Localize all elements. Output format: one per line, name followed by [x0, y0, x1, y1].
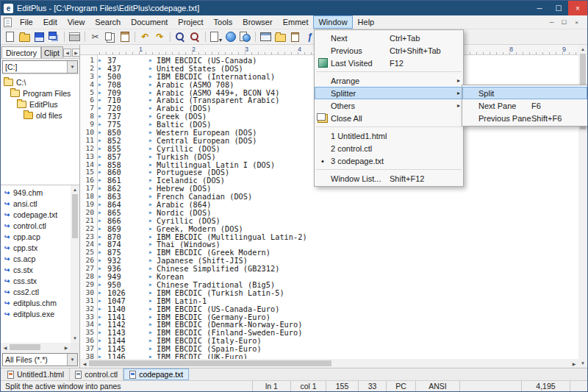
- scroll-up-button[interactable]: ▲: [578, 45, 587, 54]
- sidebar-tab-directory[interactable]: Directory: [1, 46, 41, 58]
- file-item-control-ctl[interactable]: ↪control.ctl: [1, 220, 71, 231]
- file-list-vertical-scrollbar[interactable]: ▲ ▼: [71, 185, 79, 343]
- menubar-item-browser[interactable]: Browser: [237, 15, 277, 29]
- minimize-button[interactable]: ─: [530, 1, 549, 15]
- menu-item-previous[interactable]: PreviousCtrl+Shift+Tab: [315, 44, 463, 57]
- menubar-item-document[interactable]: Document: [126, 15, 173, 29]
- sidebar-tab-clipt[interactable]: Clipt: [41, 46, 63, 58]
- file-item-cs-acp[interactable]: ↪cs.acp: [1, 253, 71, 264]
- cut-icon[interactable]: [88, 30, 102, 43]
- scrollbar-thumb[interactable]: [10, 344, 40, 350]
- menu-item-previous-pane[interactable]: Previous PaneShift+F6: [462, 112, 587, 124]
- fullscreen-icon[interactable]: [259, 30, 273, 43]
- menubar-item-tools[interactable]: Tools: [209, 15, 238, 29]
- save-all-icon[interactable]: [47, 30, 61, 43]
- scroll-down-button[interactable]: ▼: [578, 359, 587, 368]
- redo-icon[interactable]: [153, 30, 167, 43]
- mdi-close-button[interactable]: ×: [570, 19, 583, 26]
- menu-item-next[interactable]: NextCtrl+Tab: [315, 32, 463, 44]
- menu-item-last-visited[interactable]: Last VisitedF12: [315, 57, 463, 69]
- replace-icon[interactable]: [188, 30, 202, 43]
- sidebar-tab-scroll-left-button[interactable]: ◀: [63, 49, 71, 57]
- document-tab-control-ctl[interactable]: control.ctl: [70, 368, 123, 380]
- file-item-codepage-txt[interactable]: ↪codepage.txt: [1, 209, 71, 220]
- menu-item-2-control-ctl[interactable]: 2 control.ctl: [315, 142, 463, 154]
- editor-line[interactable]: ▶1047▶IBM Latin-1: [98, 297, 578, 305]
- dropdown-arrow-icon[interactable]: ▼: [67, 354, 77, 366]
- directory-window-icon[interactable]: [273, 30, 287, 43]
- menu-item-splitter[interactable]: Splitter▸: [315, 87, 463, 99]
- editor-line[interactable]: ▶1146▶IBM EBCDIC (UK-Euro): [98, 353, 578, 359]
- codepage-number: 869: [107, 225, 149, 233]
- tree-item-program-files[interactable]: Program Files: [1, 88, 79, 99]
- scroll-up-button[interactable]: ▲: [71, 185, 79, 194]
- file-filter-selector[interactable]: All Files (*.*) ▼: [2, 353, 78, 366]
- mdi-restore-button[interactable]: ☐: [558, 19, 570, 26]
- line-number-gutter[interactable]: 1234567891011121314151617181920212223242…: [80, 55, 98, 359]
- menubar-item-edit[interactable]: Edit: [38, 15, 62, 29]
- tab-marker-icon: ▶: [98, 337, 107, 345]
- document-tab-untitled1-html[interactable]: Untitled1.html: [2, 368, 70, 380]
- editor-line[interactable]: ▶869▶Greek, Modern (DOS): [98, 225, 578, 233]
- scroll-left-button[interactable]: ◀: [1, 343, 10, 352]
- scroll-right-button[interactable]: ▶: [62, 343, 71, 352]
- menu-item-3-codepage-txt[interactable]: •3 codepage.txt: [315, 154, 463, 167]
- file-item-cs-stx[interactable]: ↪cs.stx: [1, 264, 71, 275]
- file-item-949-chm[interactable]: ↪949.chm: [1, 187, 71, 198]
- document-tab-codepage-txt[interactable]: codepage.txt: [123, 368, 189, 380]
- mdi-minimize-button[interactable]: ─: [545, 19, 558, 26]
- file-item-css2-ctl[interactable]: ↪css2.ctl: [1, 286, 71, 297]
- file-item-cpp-acp[interactable]: ↪cpp.acp: [1, 231, 71, 242]
- sidebar-tab-scroll-right-button[interactable]: ▶: [72, 49, 80, 57]
- menubar-item-window[interactable]: Window: [313, 15, 352, 29]
- save-icon[interactable]: [32, 30, 46, 43]
- menu-item-arrange[interactable]: Arrange▸: [315, 74, 463, 87]
- close-button[interactable]: ×: [568, 1, 587, 15]
- dropdown-arrow-icon[interactable]: ▼: [67, 61, 77, 73]
- tree-item-c[interactable]: C:\: [1, 76, 79, 88]
- scroll-left-button[interactable]: ◀: [80, 359, 89, 368]
- document-selector-icon[interactable]: [209, 30, 223, 43]
- menu-item-others[interactable]: Others▸: [315, 99, 463, 112]
- file-item-editplus-chm[interactable]: ↪editplus.chm: [1, 297, 71, 308]
- scrollbar-thumb[interactable]: [89, 360, 331, 366]
- drive-selector[interactable]: [C:] ▼: [2, 60, 78, 74]
- cliptext-window-icon[interactable]: [288, 30, 302, 43]
- open-file-icon[interactable]: [18, 30, 32, 43]
- scroll-down-button[interactable]: ▼: [71, 334, 79, 343]
- file-list-horizontal-scrollbar[interactable]: ◀ ▶: [1, 343, 71, 352]
- print-icon[interactable]: [68, 30, 82, 43]
- paste-icon[interactable]: [118, 30, 132, 43]
- menu-item-split[interactable]: Split: [462, 87, 587, 99]
- new-document-icon[interactable]: [3, 30, 17, 43]
- tab-marker-icon: ▶: [98, 153, 107, 161]
- menu-item-1-untitled1-html[interactable]: 1 Untitled1.html: [315, 129, 463, 142]
- file-item-cpp-stx[interactable]: ↪cpp.stx: [1, 242, 71, 253]
- tab-marker-icon: ▶: [98, 240, 107, 249]
- tree-item-old-files[interactable]: old files: [1, 110, 79, 121]
- file-item-ansi-ctl[interactable]: ↪ansi.ctl: [1, 198, 71, 209]
- undo-icon[interactable]: [138, 30, 152, 43]
- browser-icon[interactable]: [223, 30, 237, 43]
- menubar-item-help[interactable]: Help: [353, 15, 380, 29]
- editor-line[interactable]: ▶1140▶IBM EBCDIC (US-Canada-Euro): [98, 305, 578, 313]
- editor-horizontal-scrollbar[interactable]: ◀ ▶: [80, 359, 578, 368]
- tree-item-editplus[interactable]: EditPlus: [1, 99, 79, 110]
- file-item-editplus-exe[interactable]: ↪editplus.exe: [1, 308, 71, 319]
- menubar-item-project[interactable]: Project: [173, 15, 208, 29]
- file-item-css-stx[interactable]: ↪css.stx: [1, 275, 71, 286]
- view-in-browser-icon[interactable]: [238, 30, 252, 43]
- menubar-item-search[interactable]: Search: [90, 15, 126, 29]
- scrollbar-thumb[interactable]: [72, 194, 78, 238]
- menu-item-window-list[interactable]: Window List...Shift+F12: [315, 172, 463, 185]
- status-line: ln 1: [252, 381, 290, 391]
- menubar-item-view[interactable]: View: [62, 15, 90, 29]
- maximize-button[interactable]: ☐: [549, 1, 568, 15]
- menubar-item-emmet[interactable]: Emmet: [278, 15, 314, 29]
- scroll-right-button[interactable]: ▶: [570, 359, 578, 368]
- copy-icon[interactable]: [103, 30, 117, 43]
- menu-item-close-all[interactable]: Close All: [315, 112, 463, 124]
- find-icon[interactable]: [173, 30, 187, 43]
- menu-item-next-pane[interactable]: Next PaneF6: [462, 99, 587, 112]
- menubar-item-file[interactable]: File: [15, 15, 38, 29]
